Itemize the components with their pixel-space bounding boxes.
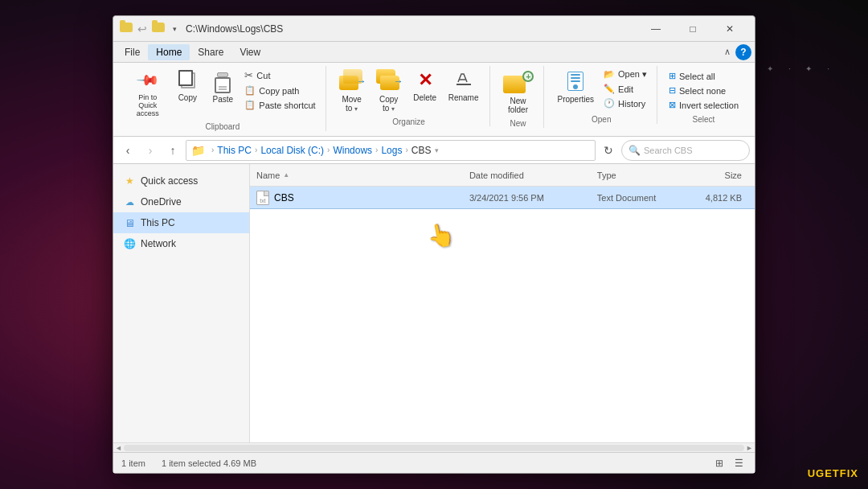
invert-selection-button[interactable]: ⊠ Invert selection: [665, 98, 742, 112]
sidebar-item-quickaccess[interactable]: ★ Quick access: [113, 171, 249, 191]
title-bar: ↩ ▾ C:\Windows\Logs\CBS — □ ✕: [113, 16, 755, 42]
move-to-button[interactable]: → Moveto ▾: [334, 66, 370, 116]
copy-button[interactable]: Copy: [170, 66, 204, 105]
select-group-label: Select: [693, 115, 715, 124]
properties-label: Properties: [557, 95, 594, 104]
view-large-icons-button[interactable]: ⊞: [711, 455, 727, 471]
breadcrumb-localdisk[interactable]: Local Disk (C:): [260, 145, 324, 156]
status-bar: 1 item 1 item selected 4.69 MB ⊞ ☰: [113, 452, 755, 473]
copy-path-button[interactable]: 📋 Copy path: [241, 84, 318, 97]
new-folder-button[interactable]: + Newfolder: [498, 66, 537, 117]
cut-label: Cut: [256, 71, 270, 80]
sidebar-item-thispc[interactable]: 🖥 This PC: [113, 212, 249, 233]
title-path: C:\Windows\Logs\CBS: [186, 23, 637, 35]
breadcrumb-bar: 📁 › This PC › Local Disk (C:) › Windows …: [186, 140, 596, 161]
maximize-button[interactable]: □: [674, 18, 711, 40]
open-group-label: Open: [592, 115, 611, 124]
view-details-button[interactable]: ☰: [731, 455, 747, 471]
paste-label: Paste: [213, 95, 234, 104]
network-icon: 🌐: [123, 237, 136, 250]
delete-label: Delete: [413, 93, 436, 102]
organize-group-label: Organize: [392, 117, 425, 126]
search-box[interactable]: 🔍 Search CBS: [621, 140, 750, 161]
window-controls: — □ ✕: [637, 18, 748, 40]
help-button[interactable]: ?: [735, 44, 751, 60]
invert-selection-label: Invert selection: [679, 101, 739, 110]
paste-button[interactable]: Paste: [206, 66, 240, 107]
breadcrumb-sep-2: ›: [327, 146, 330, 154]
col-header-type[interactable]: Type: [597, 171, 682, 180]
col-header-date[interactable]: Date modified: [469, 171, 597, 180]
edit-button[interactable]: ✏️ Edit: [600, 82, 650, 96]
breadcrumb-thispc[interactable]: This PC: [217, 145, 252, 156]
pin-to-quickaccess-button[interactable]: 📌 Pin to Quickaccess: [126, 66, 169, 121]
file-type: Text Document: [597, 193, 656, 203]
horizontal-scrollbar[interactable]: ◄ ►: [113, 442, 755, 452]
breadcrumb-sep-4: ›: [405, 146, 407, 154]
breadcrumb-windows[interactable]: Windows: [333, 145, 372, 156]
quickaccess-label: Quick access: [141, 175, 198, 187]
delete-button[interactable]: ✕ Delete: [408, 66, 442, 105]
properties-button[interactable]: Properties: [552, 66, 599, 107]
history-button[interactable]: 🕐 History: [600, 97, 650, 110]
col-header-name[interactable]: Name ▲: [256, 171, 469, 180]
paste-shortcut-icon: 📋: [244, 100, 256, 110]
open-buttons: Properties 📂 Open ▾ ✏️ Edit 🕐 History: [552, 66, 650, 113]
breadcrumb-logs[interactable]: Logs: [381, 145, 402, 156]
open-button[interactable]: 📂 Open ▾: [600, 68, 650, 81]
scroll-right-arrow[interactable]: ►: [746, 444, 753, 452]
copy-path-icon: 📋: [244, 85, 256, 96]
breadcrumb-dropdown-arrow[interactable]: ▾: [435, 146, 439, 154]
col-size-label: Size: [725, 171, 742, 180]
thispc-label: This PC: [141, 217, 175, 228]
ribbon-group-open: Properties 📂 Open ▾ ✏️ Edit 🕐 History: [546, 66, 657, 124]
forward-button[interactable]: ›: [141, 141, 160, 160]
search-icon: 🔍: [628, 145, 641, 156]
file-name: CBS: [274, 192, 294, 203]
rename-button[interactable]: Rename: [444, 66, 484, 105]
copy-to-label: Copyto ▾: [379, 95, 398, 113]
menu-share[interactable]: Share: [190, 44, 231, 60]
minimize-button[interactable]: —: [637, 18, 674, 40]
file-list: Name ▲ Date modified Type Size txt CBS: [250, 164, 755, 442]
clipboard-small-col: ✂ Cut 📋 Copy path 📋 Paste shortcut: [241, 68, 318, 112]
ribbon-group-select: ⊞ Select all ⊟ Select none ⊠ Invert sele…: [659, 66, 748, 124]
thispc-icon: 🖥: [123, 216, 136, 229]
scroll-left-arrow[interactable]: ◄: [115, 444, 122, 452]
edit-icon: ✏️: [604, 84, 615, 94]
file-size: 4,812 KB: [706, 193, 742, 203]
menu-file[interactable]: File: [117, 44, 148, 60]
col-header-size[interactable]: Size: [682, 171, 748, 180]
col-type-label: Type: [597, 171, 616, 180]
sidebar-item-network[interactable]: 🌐 Network: [113, 233, 249, 254]
cut-button[interactable]: ✂ Cut: [241, 68, 318, 83]
close-button[interactable]: ✕: [711, 18, 748, 40]
copy-to-button[interactable]: → Copyto ▾: [371, 66, 407, 116]
move-arrow-icon: →: [357, 76, 366, 87]
file-txt-icon: txt: [256, 191, 269, 205]
select-none-button[interactable]: ⊟ Select none: [665, 84, 742, 97]
new-buttons: + Newfolder: [498, 66, 537, 117]
edit-label: Edit: [618, 84, 633, 94]
paste-shortcut-button[interactable]: 📋 Paste shortcut: [241, 98, 318, 112]
up-button[interactable]: ↑: [163, 141, 182, 160]
menu-view[interactable]: View: [231, 44, 268, 60]
search-placeholder: Search CBS: [644, 146, 693, 155]
open-label: Open ▾: [618, 69, 647, 80]
scrollbar-track: [124, 445, 744, 451]
pin-icon: 📌: [137, 69, 159, 92]
menu-bar: File Home Share View ∧ ?: [113, 42, 755, 63]
open-icon: 📂: [604, 69, 615, 80]
back-button[interactable]: ‹: [118, 141, 137, 160]
breadcrumb-folder-icon: 📁: [191, 144, 205, 157]
select-none-label: Select none: [679, 86, 726, 96]
menu-home[interactable]: Home: [148, 44, 190, 60]
ribbon-collapse-icon[interactable]: ∧: [724, 47, 731, 57]
file-date-col: 3/24/2021 9:56 PM: [469, 193, 597, 203]
refresh-button[interactable]: ↻: [599, 141, 618, 160]
file-row-cbs[interactable]: txt CBS 3/24/2021 9:56 PM Text Document …: [250, 187, 755, 209]
item-count: 1 item: [121, 458, 145, 468]
sidebar-item-onedrive[interactable]: ☁ OneDrive: [113, 191, 249, 212]
file-date: 3/24/2021 9:56 PM: [469, 193, 544, 203]
select-all-button[interactable]: ⊞ Select all: [665, 69, 742, 83]
